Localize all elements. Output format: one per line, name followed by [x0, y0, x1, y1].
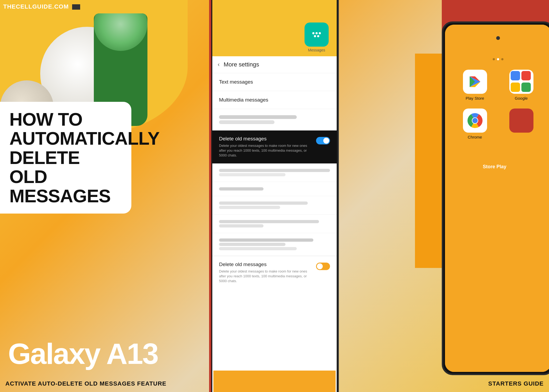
chrome-app[interactable]: Chrome	[456, 109, 494, 139]
bottom-caption-left: ACTIVATE AUTO-DELETE OLD MESSAGES FEATUR…	[5, 380, 166, 387]
store-play-text: Store Play	[483, 164, 506, 170]
delete-section-text: Delete old messages Delete your oldest m…	[219, 136, 312, 158]
delete-toggle-orange[interactable]	[316, 263, 330, 270]
chrome-label: Chrome	[468, 135, 482, 139]
page-dot-2-active	[497, 58, 499, 60]
icon-dots-row1	[312, 32, 321, 34]
page-indicator	[450, 54, 546, 64]
settings-title: More settings	[224, 61, 259, 68]
center-phone-screen: Messages ‹ More settings Text messages M…	[212, 0, 337, 392]
homescreen: Play Store Google	[445, 51, 549, 372]
chrome-svg	[467, 113, 483, 129]
watermark-box	[72, 4, 80, 10]
front-camera-dot	[496, 36, 500, 40]
bg-cup-top	[94, 13, 147, 51]
youtube-icon	[521, 71, 531, 80]
blurred-item-a	[212, 163, 337, 182]
icon-dot	[312, 32, 314, 34]
icon-dots-row2	[314, 35, 319, 37]
svg-point-6	[472, 118, 478, 123]
messages-app-label: Messages	[308, 48, 325, 52]
right-phone-screen: Play Store Google	[445, 25, 549, 372]
blurred-settings-item1	[212, 109, 337, 130]
icon-dot	[319, 32, 321, 34]
google-green-icon	[521, 83, 531, 92]
text-messages-item[interactable]: Text messages	[212, 73, 337, 91]
samsung-app-partial	[502, 109, 540, 139]
app-grid: Play Store Google	[450, 64, 546, 145]
play-store-app[interactable]: Play Store	[456, 70, 494, 100]
left-divider	[209, 0, 211, 392]
article-title: HOW TO AUTOMATICALLY DELETE OLD MESSAGES	[9, 110, 122, 206]
right-phone: Play Store Google	[442, 21, 549, 375]
play-store-svg	[468, 75, 482, 88]
delete-section-description: Delete your oldest messages to make room…	[219, 143, 312, 158]
page-dot-1	[493, 58, 495, 60]
settings-header: ‹ More settings	[212, 56, 337, 73]
play-store-label: Play Store	[466, 96, 484, 100]
page-dot-3	[501, 58, 503, 60]
icon-dot	[317, 35, 319, 37]
blurred-item-c	[212, 196, 337, 215]
google-label: Google	[515, 96, 528, 100]
chrome-icon	[463, 109, 487, 133]
play-store-icon	[463, 70, 487, 94]
delete-section-light-desc: Delete your oldest messages to make room…	[219, 269, 312, 284]
blurred-item-d	[212, 215, 337, 233]
phone-notch-area	[445, 25, 549, 51]
left-text-panel: HOW TO AUTOMATICALLY DELETE OLD MESSAGES	[0, 102, 131, 214]
blurred-item-b	[212, 182, 337, 196]
icon-dot	[314, 35, 316, 37]
center-phone: Messages ‹ More settings Text messages M…	[210, 0, 339, 392]
bottom-caption-right: STARTERS GUIDE	[488, 380, 544, 387]
device-model-text: Galaxy A13	[8, 337, 158, 371]
icon-dot	[316, 32, 318, 34]
google-blue-icon	[511, 71, 520, 80]
delete-section-light-text: Delete old messages Delete your oldest m…	[219, 262, 312, 284]
blurred-item-e	[212, 233, 337, 256]
second-settings-panel: Delete old messages Delete your oldest m…	[212, 163, 337, 289]
site-watermark: THECELLGUIDE.COM	[3, 3, 80, 10]
google-multiapp-icon	[509, 70, 533, 94]
samsung-icon-partial	[509, 109, 533, 133]
messages-icon-area: Messages	[212, 0, 337, 56]
delete-section-light-title: Delete old messages	[219, 262, 312, 267]
google-app-partial: Google	[502, 70, 540, 100]
delete-toggle-on[interactable]	[316, 137, 330, 144]
multimedia-messages-item[interactable]: Multimedia messages	[212, 91, 337, 109]
back-arrow-icon[interactable]: ‹	[218, 61, 220, 68]
delete-old-messages-section-light: Delete old messages Delete your oldest m…	[212, 256, 337, 289]
google-yellow-icon	[511, 83, 520, 92]
delete-section-title: Delete old messages	[219, 136, 312, 142]
messages-app-icon[interactable]	[305, 23, 329, 47]
phone-bottom-bar	[213, 371, 336, 392]
delete-old-messages-section-dark: Delete old messages Delete your oldest m…	[212, 130, 337, 163]
